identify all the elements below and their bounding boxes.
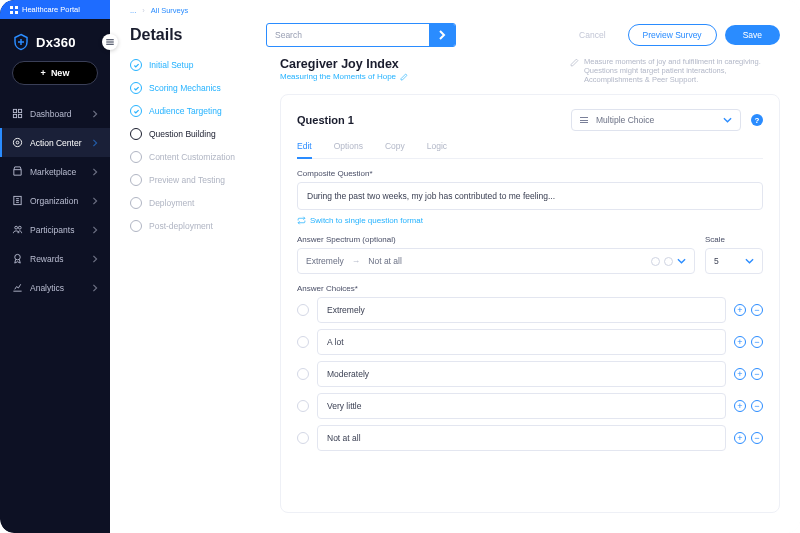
answer-choice-input[interactable]: Moderately (317, 361, 726, 387)
nav-item-dashboard[interactable]: Dashboard (0, 99, 110, 128)
editor-panel: Caregiver Joy Index Measuring the Moment… (280, 57, 780, 513)
nav-item-organization[interactable]: Organization (0, 186, 110, 215)
cancel-button[interactable]: Cancel (565, 25, 619, 45)
switch-format-link[interactable]: Switch to single question format (297, 216, 763, 225)
breadcrumb-current[interactable]: All Surveys (151, 6, 189, 15)
search-input[interactable] (267, 30, 429, 40)
brand: Dx360 (0, 19, 110, 61)
breadcrumb-parent[interactable]: ... (130, 6, 136, 15)
sidebar-collapse-toggle[interactable] (102, 34, 118, 50)
step-label: Initial Setup (149, 60, 193, 70)
answer-choice-input[interactable]: Not at all (317, 425, 726, 451)
rewards-icon (12, 253, 23, 264)
svg-rect-0 (10, 6, 13, 9)
nav-item-rewards[interactable]: Rewards (0, 244, 110, 273)
dashboard-icon (12, 108, 23, 119)
tab-copy[interactable]: Copy (385, 141, 405, 158)
svg-point-13 (15, 254, 21, 260)
spectrum-field: Answer Spectrum (optional) Extremely → N… (297, 235, 695, 274)
remove-choice-button[interactable]: − (751, 400, 763, 412)
new-button-label: New (51, 68, 70, 78)
chevron-right-icon (92, 226, 98, 234)
step-initial-setup[interactable]: Initial Setup (130, 59, 262, 71)
action-center-icon (12, 137, 23, 148)
answer-choice-row: A lot +− (297, 329, 763, 355)
step-label: Post-deployment (149, 221, 213, 231)
spectrum-select[interactable]: Extremely → Not at all (297, 248, 695, 274)
scale-field: Scale 5 (705, 235, 763, 274)
nav-item-analytics[interactable]: Analytics (0, 273, 110, 302)
topbar: Details Cancel Preview Survey Save (110, 15, 800, 57)
answer-choice-input[interactable]: Very little (317, 393, 726, 419)
arrow-right-icon: → (352, 256, 361, 266)
tab-options[interactable]: Options (334, 141, 363, 158)
nav-label: Action Center (30, 138, 82, 148)
step-post-deployment[interactable]: Post-deployment (130, 220, 262, 232)
scale-select[interactable]: 5 (705, 248, 763, 274)
nav-item-participants[interactable]: Participants (0, 215, 110, 244)
save-button[interactable]: Save (725, 25, 780, 45)
question-card-head: Question 1 Multiple Choice ? (297, 109, 763, 131)
brand-name: Dx360 (36, 35, 76, 50)
radio-icon (297, 432, 309, 444)
remove-choice-button[interactable]: − (751, 336, 763, 348)
step-content-customization[interactable]: Content Customization (130, 151, 262, 163)
breadcrumb: ... › All Surveys (110, 0, 800, 15)
search-field[interactable] (266, 23, 456, 47)
step-preview-testing[interactable]: Preview and Testing (130, 174, 262, 186)
svg-rect-2 (10, 11, 13, 14)
nav-label: Participants (30, 225, 74, 235)
spectrum-row: Answer Spectrum (optional) Extremely → N… (297, 235, 763, 274)
survey-description[interactable]: Measure moments of joy and fulfillment i… (570, 57, 780, 84)
radio-icon (297, 368, 309, 380)
add-choice-button[interactable]: + (734, 400, 746, 412)
help-button[interactable]: ? (751, 114, 763, 126)
question-type-select[interactable]: Multiple Choice (571, 109, 741, 131)
composite-question-input[interactable]: During the past two weeks, my job has co… (297, 182, 763, 210)
remove-choice-button[interactable]: − (751, 432, 763, 444)
chevron-down-icon (745, 258, 754, 264)
answer-choice-input[interactable]: Extremely (317, 297, 726, 323)
preview-survey-button[interactable]: Preview Survey (628, 24, 717, 46)
switch-icon (297, 216, 306, 225)
answer-choice-row: Not at all +− (297, 425, 763, 451)
chevron-right-icon (438, 30, 446, 40)
svg-rect-4 (13, 109, 16, 112)
nav-item-marketplace[interactable]: Marketplace (0, 157, 110, 186)
breadcrumb-separator: › (142, 6, 145, 15)
new-button[interactable]: + New (12, 61, 98, 85)
scale-value: 5 (714, 256, 719, 266)
search-submit-button[interactable] (429, 23, 455, 47)
answer-choice-row: Extremely +− (297, 297, 763, 323)
answer-choice-input[interactable]: A lot (317, 329, 726, 355)
spectrum-from: Extremely (306, 256, 344, 266)
question-tabs: Edit Options Copy Logic (297, 141, 763, 159)
primary-nav: Dashboard Action Center Marketplace Orga… (0, 99, 110, 302)
step-audience-targeting[interactable]: Audience Targeting (130, 105, 262, 117)
tab-logic[interactable]: Logic (427, 141, 447, 158)
answer-choice-row: Very little +− (297, 393, 763, 419)
page-title: Details (130, 26, 252, 44)
survey-heading-block: Caregiver Joy Index Measuring the Moment… (280, 57, 408, 81)
add-choice-button[interactable]: + (734, 336, 746, 348)
nav-label: Dashboard (30, 109, 72, 119)
tab-edit[interactable]: Edit (297, 141, 312, 159)
spectrum-label: Answer Spectrum (optional) (297, 235, 695, 244)
survey-subtitle[interactable]: Measuring the Moments of Hope (280, 72, 408, 81)
step-label: Deployment (149, 198, 194, 208)
step-scoring-mechanics[interactable]: Scoring Mechanics (130, 82, 262, 94)
nav-item-action-center[interactable]: Action Center (0, 128, 110, 157)
answer-choices-field: Answer Choices* Extremely +− A lot +− (297, 284, 763, 451)
step-question-building[interactable]: Question Building (130, 128, 262, 140)
remove-choice-button[interactable]: − (751, 368, 763, 380)
chevron-right-icon (92, 139, 98, 147)
organization-icon (12, 195, 23, 206)
participants-icon (12, 224, 23, 235)
remove-choice-button[interactable]: − (751, 304, 763, 316)
step-deployment[interactable]: Deployment (130, 197, 262, 209)
answer-choices-label: Answer Choices* (297, 284, 763, 293)
choice-actions: +− (734, 400, 763, 412)
add-choice-button[interactable]: + (734, 304, 746, 316)
add-choice-button[interactable]: + (734, 432, 746, 444)
add-choice-button[interactable]: + (734, 368, 746, 380)
